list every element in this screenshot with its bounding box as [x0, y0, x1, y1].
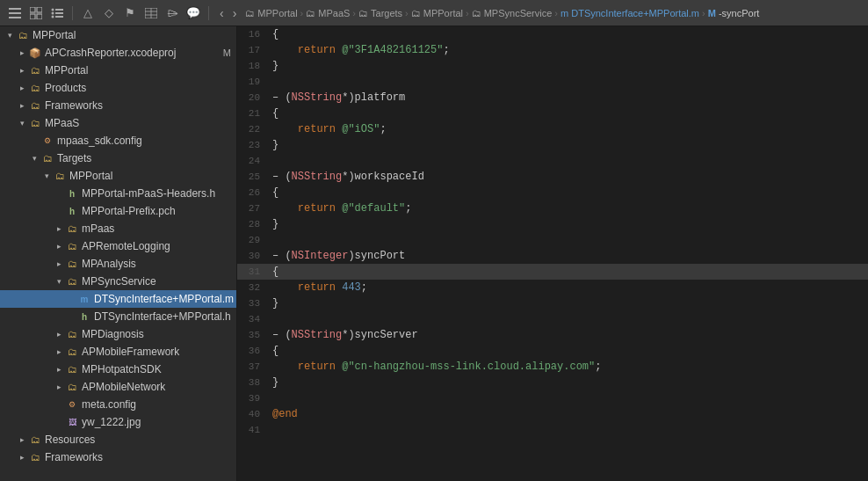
sidebar-item-mpportal-target[interactable]: 🗂 MPPortal — [0, 167, 236, 185]
line-content-17[interactable]: return @"3F1A482161125"; — [269, 44, 868, 56]
sidebar-item-apmobilenetwork[interactable]: 🗂 APMobileNetwork — [0, 378, 236, 396]
line-number-39: 39 — [237, 393, 269, 404]
breadcrumb-item-mpsyncservice[interactable]: 🗂 MPSyncService — [472, 8, 553, 18]
line-content-40[interactable]: @end — [269, 408, 868, 420]
tree-label-mpportal-prefix: MPPortal-Prefix.pch — [82, 205, 176, 217]
breadcrumb-item-mpaas[interactable]: 🗂 MPaaS — [306, 8, 350, 18]
link-icon[interactable]: ⌲ — [164, 5, 180, 21]
config-file-icon: ⚙ — [40, 134, 54, 148]
sidebar-item-yw-img[interactable]: 🖼 yw_1222.jpg — [0, 413, 236, 431]
sidebar-toggle-icon[interactable] — [7, 5, 23, 21]
sidebar-item-apcrashrep[interactable]: 📦 APCrashReporter.xcodeproj M — [0, 44, 236, 62]
line-content-16[interactable]: { — [269, 28, 868, 40]
code-line-18: 18} — [237, 58, 868, 74]
grid-icon[interactable] — [28, 5, 44, 21]
svg-rect-4 — [37, 7, 42, 12]
sidebar-item-products[interactable]: 🗂 Products — [0, 79, 236, 97]
line-content-35[interactable]: – (NSString*)syncServer — [269, 329, 868, 341]
breadcrumb-item-file[interactable]: m DTSyncInterface+MPPortal.m — [561, 8, 699, 18]
speech-icon[interactable]: 💬 — [185, 5, 201, 21]
line-content-28[interactable]: } — [269, 218, 868, 230]
line-content-38[interactable]: } — [269, 376, 868, 389]
line-content-25[interactable]: – (NSString*)workspaceId — [269, 171, 868, 183]
line-number-30: 30 — [237, 251, 269, 261]
nav-forward-button[interactable]: › — [229, 5, 241, 21]
breadcrumb-item-method[interactable]: M -syncPort — [708, 8, 760, 18]
sidebar-item-mpaas-sdk-config[interactable]: ⚙ mpaas_sdk.config — [0, 132, 236, 149]
line-number-29: 29 — [237, 235, 269, 245]
sidebar-item-frameworks[interactable]: 🗂 Frameworks — [0, 97, 236, 114]
line-content-36[interactable]: { — [269, 345, 868, 357]
table-icon[interactable] — [143, 5, 159, 21]
line-content-30[interactable]: – (NSInteger)syncPort — [269, 250, 868, 262]
sidebar-item-mpdiagnosis[interactable]: 🗂 MPDiagnosis — [0, 325, 236, 343]
cast-token: )syncPort — [348, 250, 405, 262]
sidebar-item-meta-config[interactable]: ⚙ meta.config — [0, 396, 236, 413]
code-line-34: 34 — [237, 311, 868, 327]
tree-label-targets: Targets — [57, 152, 91, 164]
line-content-27[interactable]: return @"default"; — [269, 202, 868, 215]
line-content-26[interactable]: { — [269, 186, 868, 199]
sidebar-item-dtsync-h[interactable]: h DTSyncInterface+MPPortal.h — [0, 308, 236, 325]
sidebar-item-targets[interactable]: 🗂 Targets — [0, 149, 236, 167]
sidebar-item-apremotelogging[interactable]: 🗂 APRemoteLogging — [0, 237, 236, 255]
code-line-32: 32 return 443; — [237, 280, 868, 295]
tree-label-mpportal-root: MPPortal — [33, 29, 76, 41]
list-icon[interactable] — [49, 5, 65, 21]
minus-token: – ( — [272, 171, 292, 183]
svg-rect-8 — [55, 9, 63, 11]
line-content-18[interactable]: } — [269, 60, 868, 72]
sidebar-item-resources[interactable]: 🗂 Resources — [0, 431, 236, 448]
tree-arrow-mphotpatchsdk — [53, 361, 65, 378]
line-number-24: 24 — [237, 156, 269, 166]
folder-icon: 🗂 — [40, 151, 54, 165]
flag-icon[interactable]: ⚑ — [122, 5, 138, 21]
h-file-icon: h — [65, 204, 79, 218]
tree-label-apcrashrep: APCrashReporter.xcodeproj — [45, 47, 176, 59]
line-content-33[interactable]: } — [269, 297, 868, 310]
tree-arrow-mpportal-folder — [16, 62, 28, 79]
sidebar-item-dtsync-m[interactable]: m DTSyncInterface+MPPortal.m — [0, 290, 236, 308]
line-content-22[interactable]: return @"iOS"; — [269, 123, 868, 135]
breadcrumb-item-targets[interactable]: 🗂 Targets — [358, 8, 402, 18]
line-content-21[interactable]: { — [269, 107, 868, 120]
sidebar-item-mpaas[interactable]: 🗂 MPaaS — [0, 114, 236, 132]
line-content-37[interactable]: return @"cn-hangzhou-mss-link.cloud.alip… — [269, 361, 868, 373]
breadcrumb-item-mpportal[interactable]: 🗂 MPPortal — [245, 8, 297, 18]
line-content-32[interactable]: return 443; — [269, 281, 868, 294]
sidebar-item-mpportal-prefix[interactable]: h MPPortal-Prefix.pch — [0, 202, 236, 220]
tree-arrow-resources — [16, 431, 28, 448]
tree-arrow-mpsyncservice — [53, 273, 65, 290]
diamond-icon[interactable]: ◇ — [101, 5, 117, 21]
tree-label-mpaas-sdk-config: mpaas_sdk.config — [57, 135, 142, 147]
tree-arrow-apmobilenetwork — [53, 378, 65, 396]
line-content-20[interactable]: – (NSString*)platform — [269, 91, 868, 104]
folder-icon: 🗂 — [65, 345, 79, 359]
svg-rect-5 — [30, 14, 35, 19]
sidebar-item-mphotpatchsdk[interactable]: 🗂 MPHotpatchSDK — [0, 361, 236, 378]
sidebar-item-mpaas-group[interactable]: 🗂 mPaas — [0, 220, 236, 237]
folder-icon: 🗂 — [65, 222, 79, 236]
warning-icon[interactable]: △ — [80, 5, 96, 21]
sidebar-item-mpanalysis[interactable]: 🗂 MPAnalysis — [0, 255, 236, 273]
code-line-29: 29 — [237, 232, 868, 248]
line-number-20: 20 — [237, 92, 269, 103]
line-content-23[interactable]: } — [269, 139, 868, 151]
sidebar-item-apmobileframework[interactable]: 🗂 APMobileFramework — [0, 343, 236, 361]
line-number-22: 22 — [237, 124, 269, 135]
nav-back-button[interactable]: ‹ — [216, 5, 228, 21]
line-content-31[interactable]: { — [269, 266, 868, 278]
sidebar-item-frameworks2[interactable]: 🗂 Frameworks — [0, 448, 236, 466]
breadcrumb-item-mpportal2[interactable]: 🗂 MPPortal — [411, 8, 463, 18]
code-line-30: 30– (NSInteger)syncPort — [237, 248, 868, 264]
sidebar-item-mpsyncservice[interactable]: 🗂 MPSyncService — [0, 273, 236, 290]
line-number-27: 27 — [237, 203, 269, 214]
tree-arrow-apremotelogging — [53, 237, 65, 255]
code-editor[interactable]: 16{17 return @"3F1A482161125";18}1920– (… — [237, 26, 868, 481]
sidebar-item-mpportal-folder[interactable]: 🗂 MPPortal — [0, 62, 236, 79]
tree-label-mpaas-group: mPaas — [82, 222, 114, 235]
sidebar-item-mpportal-root[interactable]: 🗂 MPPortal — [0, 26, 236, 44]
sidebar-item-mpportal-mpaas-headers[interactable]: h MPPortal-mPaaS-Headers.h — [0, 185, 236, 202]
code-line-27: 27 return @"default"; — [237, 200, 868, 216]
folder-icon: 🗂 — [16, 28, 30, 42]
